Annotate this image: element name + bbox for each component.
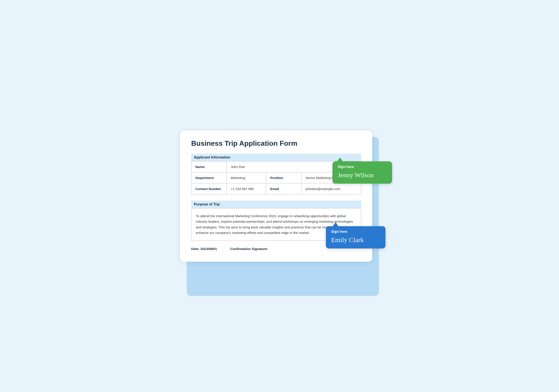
purpose-section-header: Purpose of Trip	[191, 201, 361, 208]
applicant-section-header: Applicant Information	[191, 154, 361, 161]
blue-arrow	[333, 222, 339, 227]
department-value: Marketing	[227, 172, 266, 183]
scene: Business Trip Application Form Applicant…	[180, 131, 379, 262]
green-sign-label: Sign here	[338, 165, 387, 169]
main-card: Business Trip Application Form Applicant…	[180, 131, 372, 262]
email-value: johndoe@example.com	[301, 183, 361, 194]
table-row: Contact Number +1 234 567 890 Email john…	[191, 183, 361, 194]
footer-signature-label: Confirmation Signature:	[230, 247, 268, 251]
blue-sign-tooltip[interactable]: Sign here Emily Clark	[326, 226, 385, 249]
green-signature-name: Jenny Wilson	[338, 171, 387, 179]
green-sign-tooltip[interactable]: Sign here Jenny Wilson	[333, 161, 392, 184]
email-label: Email	[266, 183, 301, 194]
green-arrow	[337, 157, 343, 162]
name-label: Name:	[191, 161, 227, 172]
footer-date: Date: 2023/08/01	[191, 247, 217, 251]
contact-label: Contact Number	[191, 183, 227, 194]
department-label: Department	[191, 172, 227, 183]
position-label: Position	[266, 172, 301, 183]
blue-signature-name: Emily Clark	[331, 235, 380, 244]
contact-value: +1 234 567 890	[227, 183, 266, 194]
form-title: Business Trip Application Form	[191, 139, 361, 148]
blue-sign-label: Sign here	[331, 230, 380, 234]
